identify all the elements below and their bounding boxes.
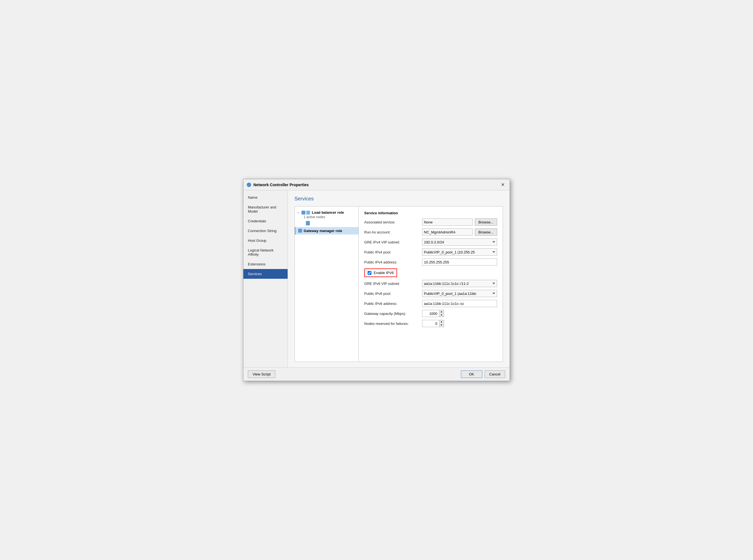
public-ipv4-addr-row: Public IPv4 address: <box>364 258 497 266</box>
gw-role-icon <box>298 229 302 233</box>
associated-service-label: Associated service: <box>364 220 420 224</box>
gateway-capacity-down[interactable]: ▼ <box>439 314 444 317</box>
title-bar-left: Network Controller Properties <box>247 183 309 187</box>
nodes-reserved-input[interactable] <box>422 320 439 327</box>
sidebar-item-credentials[interactable]: Credentials <box>243 216 288 226</box>
gre-ipv6-select[interactable]: aa1a:11bb:111c:1c1c::/11-2 <box>422 280 497 287</box>
node-icon <box>306 221 310 225</box>
associated-service-row: Associated service: Browse... <box>364 218 497 226</box>
sidebar-item-name[interactable]: Name <box>243 193 288 202</box>
dialog-footer: View Script OK Cancel <box>243 367 510 381</box>
dialog-body: Name Manufacturer and Model Credentials … <box>243 191 510 367</box>
lb-node-child <box>298 221 356 225</box>
run-as-label: Run As account: <box>364 230 420 234</box>
public-ipv6-addr-input[interactable] <box>422 300 497 307</box>
public-ipv4-pool-select[interactable]: PublicVIP_0_pool_1 (10.255.25 <box>422 248 497 256</box>
public-ipv4-pool-row: Public IPv4 pool: PublicVIP_0_pool_1 (10… <box>364 248 497 256</box>
form-panel: Service information Associated service: … <box>359 206 503 362</box>
view-script-button[interactable]: View Script <box>248 371 276 378</box>
nodes-reserved-spinner: ▲ ▼ <box>422 320 444 327</box>
network-controller-properties-dialog: Network Controller Properties ✕ Name Man… <box>243 179 510 381</box>
gateway-manager-label: Gateway manager role <box>304 229 342 233</box>
service-info-title: Service information <box>364 211 497 215</box>
enable-ipv6-row: Enable IPV6 <box>364 268 397 277</box>
tree-item-gateway-manager[interactable]: Gateway manager role <box>295 227 359 235</box>
sidebar-item-manufacturer[interactable]: Manufacturer and Model <box>243 202 288 216</box>
associated-service-input[interactable] <box>422 218 473 226</box>
lb-role-icon2 <box>306 211 310 215</box>
load-balancer-sub: 1 active nodes <box>298 215 356 219</box>
public-ipv6-pool-row: Public IPv6 pool: PublicVIP_0_pool_1 (aa… <box>364 290 497 297</box>
lb-role-icon <box>302 211 305 215</box>
public-ipv6-addr-row: Public IPv6 address: <box>364 300 497 307</box>
load-balancer-label: Load balancer role <box>312 211 344 215</box>
footer-actions: OK Cancel <box>461 371 505 378</box>
gateway-capacity-input[interactable] <box>422 310 439 317</box>
gateway-capacity-label: Gateway capacity (Mbps): <box>364 312 420 316</box>
gateway-capacity-up[interactable]: ▲ <box>439 310 444 314</box>
sidebar-item-host-group[interactable]: Host Group <box>243 236 288 245</box>
public-ipv4-addr-label: Public IPv4 address: <box>364 260 420 264</box>
section-title: Services <box>294 196 503 202</box>
sidebar-item-logical-network[interactable]: Logical Network Affinity <box>243 245 288 259</box>
title-bar: Network Controller Properties ✕ <box>243 179 510 191</box>
nodes-reserved-down[interactable]: ▼ <box>439 323 444 327</box>
run-as-row: Run As account: Browse... <box>364 228 497 236</box>
sidebar: Name Manufacturer and Model Credentials … <box>243 191 288 367</box>
gre-ipv6-row: GRE IPv6 VIP subnet: aa1a:11bb:111c:1c1c… <box>364 280 497 287</box>
close-button[interactable]: ✕ <box>499 181 506 188</box>
run-as-input[interactable] <box>422 228 473 236</box>
nodes-reserved-row: Nodes reserved for failures: ▲ ▼ <box>364 320 497 327</box>
gre-ipv4-label: GRE IPv4 VIP subnet: <box>364 240 420 244</box>
browse-button-2[interactable]: Browse... <box>475 228 497 236</box>
enable-ipv6-checkbox[interactable] <box>368 271 371 275</box>
gateway-capacity-row: Gateway capacity (Mbps): ▲ ▼ <box>364 310 497 317</box>
tree-panel: − Load balancer role 1 active nodes <box>295 206 359 362</box>
public-ipv4-addr-input[interactable] <box>422 258 497 266</box>
dialog-title: Network Controller Properties <box>253 183 309 187</box>
main-content: Services − Load balancer role <box>288 191 510 367</box>
public-ipv6-pool-label: Public IPv6 pool: <box>364 292 420 296</box>
nodes-reserved-label: Nodes reserved for failures: <box>364 322 420 326</box>
ok-button[interactable]: OK <box>461 371 482 378</box>
sidebar-item-services[interactable]: Services <box>243 269 288 279</box>
dialog-icon <box>247 183 251 187</box>
browse-button-1[interactable]: Browse... <box>475 218 497 226</box>
gateway-capacity-spinner: ▲ ▼ <box>422 310 444 317</box>
tree-item-load-balancer[interactable]: − Load balancer role 1 active nodes <box>295 209 359 227</box>
public-ipv6-addr-label: Public IPv6 address: <box>364 302 420 306</box>
collapse-icon[interactable]: − <box>298 211 299 214</box>
sidebar-item-extensions[interactable]: Extensions <box>243 259 288 269</box>
public-ipv4-pool-label: Public IPv4 pool: <box>364 250 420 254</box>
public-ipv6-pool-select[interactable]: PublicVIP_0_pool_1 (aa1a:11bb: <box>422 290 497 297</box>
gre-ipv4-select[interactable]: 192.0.2.0/24 <box>422 238 497 246</box>
gre-ipv4-row: GRE IPv4 VIP subnet: 192.0.2.0/24 <box>364 238 497 246</box>
gre-ipv6-label: GRE IPv6 VIP subnet: <box>364 282 420 286</box>
nodes-reserved-up[interactable]: ▲ <box>439 320 444 323</box>
sidebar-item-connection-string[interactable]: Connection String <box>243 226 288 236</box>
services-panel: − Load balancer role 1 active nodes <box>294 206 503 362</box>
enable-ipv6-label: Enable IPV6 <box>374 271 394 275</box>
cancel-button[interactable]: Cancel <box>485 371 505 378</box>
